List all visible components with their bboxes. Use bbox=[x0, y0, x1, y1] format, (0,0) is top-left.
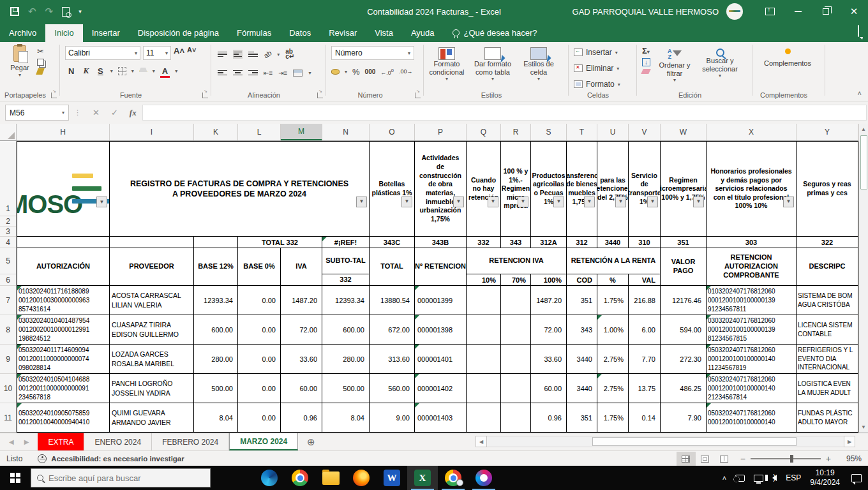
insert-cells-button[interactable]: Insertar▾ bbox=[574, 45, 636, 59]
insert-function-icon[interactable]: fx bbox=[130, 108, 137, 118]
table-cell[interactable]: 3440 bbox=[597, 237, 629, 248]
header-autorizacion[interactable]: AUTORIZACIÓN bbox=[17, 248, 110, 286]
table-cell[interactable]: 1.75% bbox=[597, 286, 629, 315]
tab-ayuda[interactable]: Ayuda bbox=[402, 24, 444, 42]
table-cell[interactable]: 60.00 bbox=[281, 374, 322, 403]
table-cell[interactable]: 351 bbox=[567, 403, 597, 433]
format-painter-icon[interactable] bbox=[36, 68, 45, 75]
table-cell[interactable]: 000001403 bbox=[415, 403, 467, 433]
row-header-7[interactable]: 7 bbox=[0, 286, 16, 315]
cut-icon[interactable]: ✂ bbox=[37, 47, 44, 56]
table-cell[interactable]: 600.00 bbox=[322, 315, 370, 345]
table-cell[interactable]: 13880.54 bbox=[370, 286, 415, 315]
speaker-icon[interactable] bbox=[772, 475, 777, 481]
autosum-icon[interactable]: Σ▾ bbox=[642, 46, 650, 56]
format-as-table-button[interactable]: Dar formato como tabla▾ bbox=[470, 43, 516, 82]
column-header-M-selected[interactable]: M bbox=[281, 124, 322, 140]
merge-center-icon[interactable] bbox=[293, 70, 303, 77]
zoom-out-icon[interactable]: − bbox=[740, 454, 745, 464]
column-header-T[interactable]: T bbox=[567, 124, 597, 140]
grow-font-icon[interactable]: A˄ bbox=[174, 46, 184, 60]
accessibility-status[interactable]: Accesibilidad: es necesario investigar bbox=[51, 455, 184, 463]
row-header-11[interactable]: 11 bbox=[0, 403, 16, 433]
format-cells-button[interactable]: Formato▾ bbox=[574, 77, 636, 91]
table-cell[interactable] bbox=[501, 315, 531, 345]
alignment-dialog-launcher[interactable] bbox=[317, 93, 323, 98]
italic-button[interactable]: K bbox=[81, 66, 91, 76]
taskbar-explorer[interactable] bbox=[315, 466, 346, 490]
cancel-icon[interactable]: ✕ bbox=[93, 108, 100, 117]
table-cell[interactable]: 312 bbox=[567, 237, 597, 248]
cell-header-T[interactable]: Transferencia de bienes muebles 1,75%▼ bbox=[567, 141, 597, 237]
tab-archivo[interactable]: Archivo bbox=[0, 24, 45, 42]
fill-color-icon[interactable] bbox=[139, 68, 147, 74]
table-cell[interactable]: 1487.20 bbox=[281, 286, 322, 315]
row-header-5[interactable]: 5 bbox=[0, 248, 16, 274]
sheet-tab-extra[interactable]: EXTRA bbox=[38, 433, 84, 450]
column-header-P[interactable]: P bbox=[415, 124, 467, 140]
header-retencion-autorizacion[interactable]: RETENCION AUTORIZACION COMPROBANTE bbox=[707, 248, 797, 286]
table-cell[interactable]: 12393.34 bbox=[194, 286, 238, 315]
font-name-select[interactable]: Calibri▾ bbox=[65, 46, 140, 60]
zoom-level[interactable]: 95% bbox=[837, 454, 862, 463]
row-header-10[interactable]: 10 bbox=[0, 374, 16, 403]
page-break-view-button[interactable] bbox=[715, 452, 734, 466]
zoom-in-icon[interactable]: + bbox=[826, 454, 831, 464]
table-cell[interactable]: LICENCIA SISTEM CONTABLE bbox=[797, 315, 858, 345]
table-cell[interactable]: 216.88 bbox=[629, 286, 661, 315]
filter-dropdown-icon[interactable]: ▼ bbox=[693, 197, 704, 207]
cell-header-O[interactable]: Botellas plásticas 1%▼ bbox=[370, 141, 415, 237]
table-cell[interactable] bbox=[467, 286, 501, 315]
table-cell[interactable]: 72.00 bbox=[281, 315, 322, 345]
table-cell[interactable] bbox=[467, 345, 501, 374]
column-header-V[interactable]: V bbox=[629, 124, 661, 140]
table-cell[interactable]: 272.30 bbox=[661, 345, 707, 374]
row-header-3[interactable]: 3 bbox=[0, 226, 16, 237]
user-avatar[interactable] bbox=[726, 3, 743, 20]
table-cell[interactable]: 9.00 bbox=[370, 403, 415, 433]
header-pct[interactable]: % bbox=[597, 274, 629, 286]
header-100pct[interactable]: 100% bbox=[531, 274, 567, 286]
clear-icon[interactable] bbox=[641, 69, 651, 74]
language-indicator[interactable]: ESP bbox=[786, 473, 801, 482]
table-cell[interactable]: 000001402 bbox=[415, 374, 467, 403]
cell-header-W[interactable]: Regimen Microempresarial: 100% y 1,75%▼ bbox=[661, 141, 707, 237]
table-cell[interactable]: 1.75% bbox=[597, 403, 629, 433]
font-size-select[interactable]: 11▾ bbox=[143, 46, 171, 60]
table-cell[interactable]: 280.00 bbox=[322, 345, 370, 374]
header-total[interactable]: TOTAL bbox=[370, 248, 415, 286]
show-hidden-icons[interactable]: ˄ bbox=[722, 474, 726, 482]
table-cell[interactable]: 0.00 bbox=[238, 315, 281, 345]
table-cell[interactable]: 500.00 bbox=[322, 374, 370, 403]
shrink-font-icon[interactable]: A˅ bbox=[187, 46, 196, 60]
table-cell[interactable]: 0.00 bbox=[238, 345, 281, 374]
table-cell[interactable]: 0503202407176812060 0001200100100000140 … bbox=[707, 374, 797, 403]
scroll-left-icon[interactable]: ◀ bbox=[475, 436, 487, 447]
conditional-formatting-button[interactable]: Formato condicional▾ bbox=[424, 43, 470, 82]
table-cell[interactable]: 332 bbox=[467, 237, 501, 248]
table-cell[interactable]: QUIMI GUEVARA ARMANDO JAVIER bbox=[110, 403, 194, 433]
cell-header-Y[interactable]: Seguros y reas primas y ces bbox=[797, 141, 858, 237]
copy-icon[interactable] bbox=[37, 59, 44, 66]
cell-header-R[interactable]: 100 % y 1%.- Regimen micro mpresa▼ bbox=[501, 141, 531, 237]
filter-dropdown-icon[interactable]: ▼ bbox=[96, 197, 107, 207]
row-header-4[interactable]: 4 bbox=[0, 237, 16, 248]
table-cell[interactable]: CUASAPAZ TIRIRA EDISON GUILLERMO bbox=[110, 315, 194, 345]
header-valor-pago[interactable]: VALOR PAGO bbox=[661, 248, 707, 286]
scroll-up-icon[interactable]: ▲ bbox=[859, 124, 868, 135]
table-cell[interactable]: 1487.20 bbox=[531, 286, 567, 315]
font-color-icon[interactable]: A bbox=[160, 66, 170, 76]
cell-logo[interactable]: MOSO ▼ bbox=[17, 141, 110, 237]
table-cell[interactable]: FUNDAS PLÁSTIC ADULTO MAYOR bbox=[797, 403, 858, 433]
increase-decimal-icon[interactable]: ←.00 bbox=[380, 68, 394, 76]
table-cell[interactable] bbox=[110, 237, 194, 248]
table-cell[interactable]: 000001399 bbox=[415, 286, 467, 315]
cell-table-title[interactable]: REGISTRO DE FACTURAS DE COMPRA Y RETENCI… bbox=[110, 141, 370, 237]
table-cell[interactable]: SISTEMA DE BOM AGUA CRISTÓBA bbox=[797, 286, 858, 315]
tell-me-box[interactable]: ¿Qué desea hacer? bbox=[444, 24, 546, 42]
formula-bar-handle[interactable]: ⋮ bbox=[74, 108, 82, 117]
header-descripcion[interactable]: DESCRIPC bbox=[797, 248, 858, 286]
table-cell[interactable]: 343B bbox=[415, 237, 467, 248]
filter-dropdown-icon[interactable]: ▼ bbox=[453, 197, 464, 207]
table-cell[interactable] bbox=[17, 237, 110, 248]
